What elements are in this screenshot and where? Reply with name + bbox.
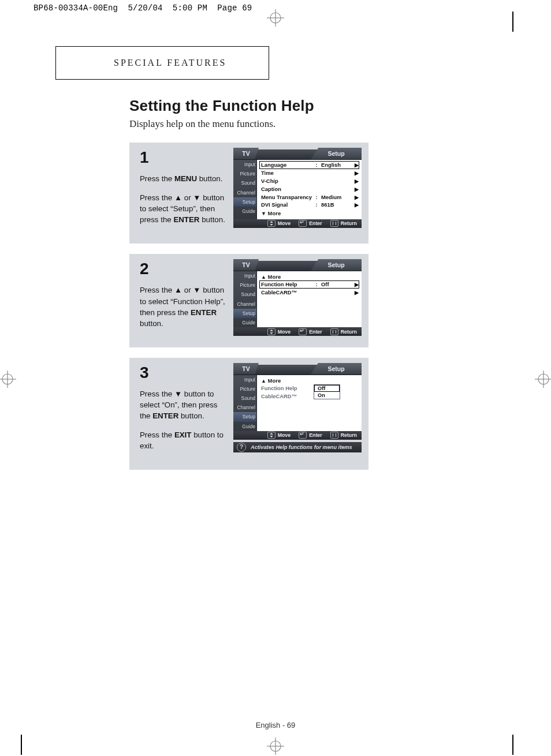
page-number: English - 69 — [0, 721, 551, 729]
lbl: CableCARD™ — [259, 393, 314, 399]
t: MENU — [174, 174, 197, 183]
osd-side-input[interactable]: Input — [244, 162, 255, 167]
trim-line-bottom-left — [21, 735, 22, 755]
triangle-up-icon: ▲ — [261, 378, 266, 384]
osd-tv-label: TV — [242, 150, 250, 157]
chapter-heading-frame: SPECIAL FEATURES — [55, 46, 269, 80]
trim-line-bottom-right — [512, 735, 513, 755]
osd-side-channel[interactable]: Channel — [237, 301, 255, 307]
osd-sidebar: Input Picture Sound Channel Setup Guide — [233, 375, 257, 431]
return-icon — [330, 220, 338, 227]
osd-row-cablecard-dim: CableCARD™ — [259, 392, 359, 400]
lbl: Language — [259, 162, 314, 168]
lbl: Function Help — [259, 385, 314, 391]
return-icon — [330, 432, 338, 439]
down-arrow-icon: ▼ — [193, 193, 200, 202]
osd-more-up[interactable]: ▲ More — [259, 272, 359, 280]
t: button. — [140, 319, 163, 328]
osd-side-guide[interactable]: Guide — [242, 424, 255, 429]
osd-row-function-help[interactable]: Function Help : Off ▶ — [259, 280, 359, 289]
page-lead: Displays help on the menu functions. — [129, 118, 384, 130]
osd-side-input[interactable]: Input — [244, 273, 255, 279]
up-arrow-icon: ▲ — [174, 193, 182, 202]
lbl: Off — [318, 386, 325, 391]
lbl: More — [268, 210, 281, 216]
osd-more-down[interactable]: ▼ More — [259, 209, 359, 217]
osd-footer: Move Enter Return — [233, 219, 362, 228]
osd-side-picture[interactable]: Picture — [240, 386, 255, 392]
step-3-text-a: Press the ▼ button to select “On”, then … — [140, 388, 225, 422]
osd-side-sound[interactable]: Sound — [241, 291, 256, 297]
updown-icon — [267, 328, 276, 335]
chevron-right-icon: ▶ — [353, 170, 359, 176]
foot-move: Move — [278, 329, 291, 335]
osd-side-setup[interactable]: Setup — [243, 199, 255, 205]
osd-row-time[interactable]: Time ▶ — [259, 169, 359, 177]
function-help-dropdown[interactable]: Off On — [314, 384, 340, 399]
osd-tv-label: TV — [242, 261, 250, 268]
t: Press the — [140, 286, 174, 294]
osd-row-cablecard[interactable]: CableCARD™ ▶ — [259, 289, 359, 297]
hint-text: Activates Help functions for menu items — [251, 444, 352, 450]
page-title: Setting the Function Help — [129, 97, 384, 115]
osd-setup-label: Setup — [327, 261, 344, 268]
osd-setup-label: Setup — [327, 365, 344, 372]
osd-row-language[interactable]: Language : English ▶ — [259, 161, 359, 169]
crop-mark-top — [267, 9, 284, 29]
crop-mark-right — [535, 370, 551, 390]
lbl: More — [268, 274, 281, 280]
osd-step-1: TV Setup Input Picture Sound Channel Set… — [233, 149, 362, 228]
osd-side-sound[interactable]: Sound — [241, 180, 256, 186]
foot-move: Move — [278, 220, 291, 226]
dropdown-option-off[interactable]: Off — [314, 385, 340, 392]
foot-move: Move — [278, 432, 291, 438]
foot-return: Return — [341, 220, 357, 226]
osd-row-dvi-signal[interactable]: DVI Signal : 861B ▶ — [259, 201, 359, 209]
osd-side-channel[interactable]: Channel — [237, 190, 255, 196]
t: or — [184, 193, 193, 202]
up-arrow-icon: ▲ — [174, 286, 182, 294]
t: button. — [202, 215, 225, 224]
foot-enter: Enter — [309, 329, 322, 335]
updown-icon — [267, 220, 276, 227]
lbl: DVI Signal — [259, 201, 314, 208]
enter-icon — [299, 328, 307, 335]
osd-side-sound[interactable]: Sound — [241, 395, 256, 401]
dropdown-option-on[interactable]: On — [314, 392, 340, 399]
osd-side-picture[interactable]: Picture — [240, 171, 255, 177]
osd-row-menu-transparency[interactable]: Menu Transparency : Medium ▶ — [259, 193, 359, 201]
triangle-down-icon: ▼ — [261, 211, 266, 216]
triangle-up-icon: ▲ — [261, 274, 266, 280]
t: ENTER — [173, 215, 199, 224]
lbl: More — [268, 377, 281, 384]
t: or — [184, 286, 193, 294]
t: EXIT — [174, 431, 192, 439]
step-2-panel: 2 Press the ▲ or ▼ button to select “Fun… — [129, 254, 368, 347]
chevron-right-icon: ▶ — [353, 289, 359, 295]
osd-sidebar: Input Picture Sound Channel Setup Guide — [233, 271, 257, 327]
osd-side-setup[interactable]: Setup — [243, 414, 255, 420]
lbl: Caption — [259, 186, 314, 192]
osd-more-up[interactable]: ▲ More — [259, 376, 359, 384]
crop-mark-bottom — [267, 738, 284, 756]
updown-icon — [267, 432, 276, 439]
osd-side-guide[interactable]: Guide — [242, 320, 255, 325]
help-icon: ? — [237, 443, 246, 452]
osd-row-function-help-dim: Function Help : — [259, 384, 359, 392]
osd-side-picture[interactable]: Picture — [240, 282, 255, 288]
osd-row-caption[interactable]: Caption ▶ — [259, 185, 359, 193]
down-arrow-icon: ▼ — [193, 286, 200, 294]
enter-icon — [299, 432, 307, 439]
osd-side-guide[interactable]: Guide — [242, 208, 255, 214]
osd-side-channel[interactable]: Channel — [237, 405, 255, 410]
osd-side-setup[interactable]: Setup — [243, 310, 255, 316]
t: Press the — [140, 431, 174, 439]
lbl: CableCARD™ — [259, 289, 314, 295]
osd-side-input[interactable]: Input — [244, 377, 255, 383]
enter-icon — [299, 220, 307, 227]
foot-return: Return — [341, 432, 357, 438]
chevron-right-icon: ▶ — [353, 201, 359, 208]
chevron-right-icon: ▶ — [353, 162, 359, 168]
osd-row-vchip[interactable]: V-Chip ▶ — [259, 177, 359, 185]
chapter-heading: SPECIAL FEATURES — [114, 58, 226, 68]
